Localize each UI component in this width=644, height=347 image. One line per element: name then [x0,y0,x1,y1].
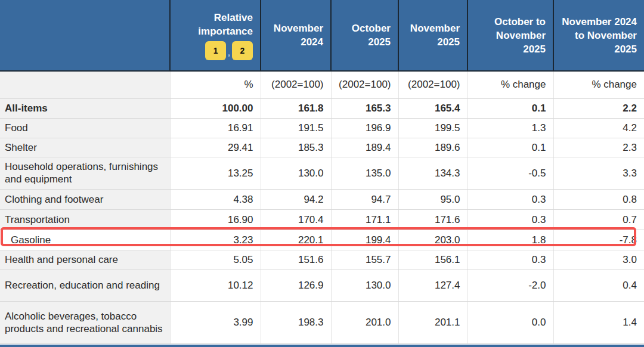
value-cell: 220.1 [261,230,331,250]
unit-cell: (2002=100) [398,71,467,98]
unit-cell: % change [467,71,553,98]
value-cell: 198.3 [261,301,331,343]
value-cell: 130.0 [261,157,331,189]
row-label: Gasoline [0,230,170,250]
col-header-october-to-november-2025: October to November 2025 [467,0,553,71]
value-cell: 0.1 [467,98,553,118]
footnote-separator: , [228,46,230,60]
value-cell: 196.9 [331,118,398,138]
table-row-gasoline: Gasoline 3.23 220.1 199.4 203.0 1.8 -7.8 [0,230,644,250]
value-cell: 165.4 [398,98,467,118]
value-cell: 3.23 [170,230,261,250]
next-section-header-partial [0,345,644,347]
value-cell: 0.4 [553,269,644,301]
value-cell: 170.4 [261,209,331,230]
value-cell: 3.99 [170,301,261,343]
value-cell: 0.0 [467,301,553,343]
value-cell: 171.6 [398,209,467,230]
table-row-shelter: Shelter 29.41 185.3 189.4 189.6 0.1 2.3 [0,138,644,157]
value-cell: 0.1 [467,138,553,157]
value-cell: 127.4 [398,269,467,301]
table-row-health-and-personal-care: Health and personal care 5.05 151.6 155.… [0,250,644,269]
value-cell: 4.38 [170,189,261,209]
value-cell: 199.4 [331,230,398,250]
value-cell: 126.9 [261,269,331,301]
footnote-badges: 1 , 2 [178,41,253,60]
value-cell: -7.8 [553,230,644,250]
value-cell: 199.5 [398,118,467,138]
value-cell: -0.5 [467,157,553,189]
value-cell: 4.2 [553,118,644,138]
row-label: Household operations, furnishings and eq… [0,157,170,189]
value-cell: 130.0 [331,269,398,301]
col-header-november-2024: November 2024 [261,0,331,71]
value-cell: 2.2 [553,98,644,118]
value-cell: 94.7 [331,189,398,209]
value-cell: 0.7 [553,209,644,230]
unit-cell: % change [553,71,644,98]
col-header-november-2025: November 2025 [398,0,467,71]
value-cell: 0.3 [467,189,553,209]
table-row-clothing-and-footwear: Clothing and footwear 4.38 94.2 94.7 95.… [0,189,644,209]
table-row-food: Food 16.91 191.5 196.9 199.5 1.3 4.2 [0,118,644,138]
row-label: All-items [0,98,170,118]
row-label: Transportation [0,209,170,230]
value-cell: 161.8 [261,98,331,118]
table-row-all-items: All-items 100.00 161.8 165.3 165.4 0.1 2… [0,98,644,118]
table-row-alcoholic-tobacco-cannabis: Alcoholic beverages, tobacco products an… [0,301,644,343]
value-cell: 94.2 [261,189,331,209]
table-row-recreation-education-reading: Recreation, education and reading 10.12 … [0,269,644,301]
value-cell: 191.5 [261,118,331,138]
value-cell: 134.3 [398,157,467,189]
value-cell: 5.05 [170,250,261,269]
unit-cell: (2002=100) [261,71,331,98]
value-cell: 3.0 [553,250,644,269]
stub-header-cell [0,0,170,71]
value-cell: 95.0 [398,189,467,209]
value-cell: 156.1 [398,250,467,269]
cpi-table-page: Relative importance 1 , 2 November 2024 … [0,0,644,347]
value-cell: 185.3 [261,138,331,157]
row-label: Shelter [0,138,170,157]
value-cell: 1.3 [467,118,553,138]
units-stub-cell [0,71,170,98]
cpi-table: Relative importance 1 , 2 November 2024 … [0,0,644,344]
footnote-2-badge[interactable]: 2 [232,41,253,60]
value-cell: 189.6 [398,138,467,157]
footnote-1-badge[interactable]: 1 [205,41,226,60]
col-header-october-2025: October 2025 [331,0,398,71]
row-label: Recreation, education and reading [0,269,170,301]
row-label: Clothing and footwear [0,189,170,209]
value-cell: 171.1 [331,209,398,230]
col-header-november-2024-to-november-2025: November 2024 to November 2025 [553,0,644,71]
col-header-relative-importance: Relative importance 1 , 2 [170,0,261,71]
value-cell: 201.0 [331,301,398,343]
value-cell: 3.3 [553,157,644,189]
table-row-household-operations: Household operations, furnishings and eq… [0,157,644,189]
value-cell: 0.3 [467,250,553,269]
value-cell: 1.8 [467,230,553,250]
col-header-label: Relative importance [198,12,253,37]
value-cell: 16.90 [170,209,261,230]
value-cell: 165.3 [331,98,398,118]
row-label: Alcoholic beverages, tobacco products an… [0,301,170,343]
units-row: % (2002=100) (2002=100) (2002=100) % cha… [0,71,644,98]
value-cell: 203.0 [398,230,467,250]
value-cell: 151.6 [261,250,331,269]
value-cell: 189.4 [331,138,398,157]
value-cell: 2.3 [553,138,644,157]
value-cell: 155.7 [331,250,398,269]
value-cell: 100.00 [170,98,261,118]
row-label: Health and personal care [0,250,170,269]
value-cell: 0.8 [553,189,644,209]
value-cell: 10.12 [170,269,261,301]
value-cell: 0.3 [467,209,553,230]
unit-cell: (2002=100) [331,71,398,98]
header-row: Relative importance 1 , 2 November 2024 … [0,0,644,71]
value-cell: 1.4 [553,301,644,343]
value-cell: 16.91 [170,118,261,138]
value-cell: 201.1 [398,301,467,343]
value-cell: 29.41 [170,138,261,157]
unit-cell: % [170,71,261,98]
row-label: Food [0,118,170,138]
